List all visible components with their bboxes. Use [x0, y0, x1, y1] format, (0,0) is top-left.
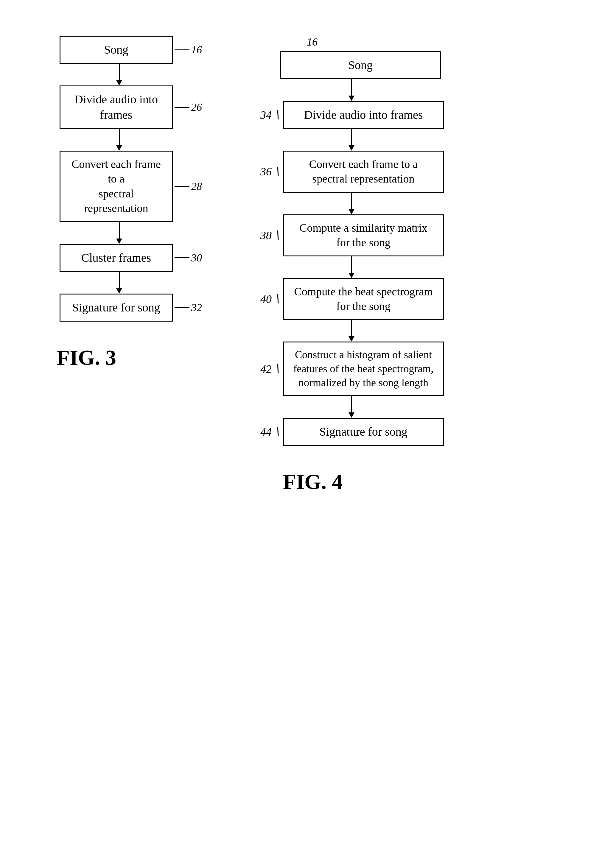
- arrow-line: [119, 222, 120, 239]
- fig3-title: FIG. 3: [42, 345, 116, 370]
- fig4-signature-box: Signature for song: [283, 418, 444, 446]
- fig4-column: 16 Song 34 ∖ Divide au: [220, 18, 578, 494]
- fig3-divide-row: Divide audio into frames 26: [60, 85, 202, 129]
- fig4-arrow6: [349, 396, 355, 418]
- fig4-label-36: 36: [260, 165, 272, 178]
- arrow-head: [349, 96, 355, 101]
- fig4-label-34: 34: [260, 109, 272, 121]
- fig3-cluster-row: Cluster frames 30: [60, 244, 202, 272]
- arrow-line: [351, 129, 352, 145]
- arrow-line: [119, 129, 120, 145]
- fig4-divide-label: Divide audio into frames: [304, 108, 423, 121]
- fig4-top-ref: 16: [307, 36, 317, 48]
- fig4-song-box: Song: [280, 51, 441, 79]
- fig4-label-42: 42: [260, 363, 272, 375]
- arrow-line: [119, 64, 120, 80]
- fig3-song-box: Song: [60, 36, 173, 64]
- fig3-signature-label: Signature for song: [72, 301, 160, 314]
- fig4-convert-label: Convert each frame to aspectral represen…: [309, 158, 418, 185]
- arrow-head: [116, 239, 122, 244]
- fig3-divide-box: Divide audio into frames: [60, 85, 173, 129]
- fig4-song-label: Song: [348, 58, 372, 72]
- tick-line: [174, 107, 189, 108]
- fig4-divide-row: 34 ∖ Divide audio into frames: [256, 101, 444, 129]
- tick-line: [174, 307, 189, 308]
- fig4-label-40: 40: [260, 293, 272, 305]
- arrow-head: [116, 145, 122, 151]
- fig3-ref-28: 28: [191, 180, 202, 193]
- fig4-title-text: FIG. 4: [283, 470, 343, 494]
- fig4-similarity-label: Compute a similarity matrixfor the song: [299, 221, 427, 249]
- fig3-convert-label: Convert each frame to aspectral represen…: [71, 158, 161, 214]
- fig4-similarity-step-label: 38 ∖: [256, 229, 280, 242]
- tick-line: [174, 49, 189, 50]
- fig4-signature-label: Signature for song: [319, 425, 407, 438]
- fig3-signature-row: Signature for song 32: [60, 294, 202, 322]
- fig4-similarity-box: Compute a similarity matrixfor the song: [283, 214, 444, 256]
- fig3-ref-30: 30: [191, 252, 202, 264]
- arrow-head: [116, 288, 122, 294]
- fig4-beat-label: Compute the beat spectrogramfor the song: [294, 285, 432, 312]
- tick-line: [174, 186, 189, 187]
- fig3-arrow4: [116, 272, 122, 294]
- fig4-song-row: Song: [256, 51, 441, 79]
- fig4-similarity-row: 38 ∖ Compute a similarity matrixfor the …: [256, 214, 444, 256]
- arrow-head: [349, 273, 355, 278]
- fig3-song-ref: 16: [174, 44, 202, 56]
- fig4-histogram-step-label: 42 ∖: [256, 363, 280, 375]
- fig4-histogram-box: Construct a histogram of salientfeatures…: [283, 342, 444, 396]
- fig3-cluster-box: Cluster frames: [60, 244, 173, 272]
- fig3-title-text: FIG. 3: [57, 346, 116, 369]
- arrow-head: [349, 145, 355, 151]
- fig4-arrow1: [349, 79, 355, 101]
- fig4-label-38: 38: [260, 229, 272, 242]
- fig4-label-44: 44: [260, 425, 272, 438]
- fig4-signature-step-label: 44 ∖: [256, 425, 280, 438]
- fig3-cluster-ref: 30: [174, 252, 202, 264]
- fig3-ref-32: 32: [191, 301, 202, 314]
- arrow-line: [351, 256, 352, 273]
- fig3-song-label: Song: [104, 43, 128, 56]
- arrow-head: [349, 209, 355, 214]
- fig4-convert-box: Convert each frame to aspectral represen…: [283, 151, 444, 193]
- fig3-ref-16: 16: [191, 44, 202, 56]
- diagram-container: Song 16 Divide audio into frames: [18, 18, 598, 494]
- arrow-line: [119, 272, 120, 288]
- fig3-divide-label: Divide audio into frames: [74, 93, 158, 121]
- fig4-divide-box: Divide audio into frames: [283, 101, 444, 129]
- fig4-beat-box: Compute the beat spectrogramfor the song: [283, 278, 444, 320]
- fig3-signature-box: Signature for song: [60, 294, 173, 322]
- page: Song 16 Divide audio into frames: [0, 0, 616, 868]
- fig4-beat-step-label: 40 ∖: [256, 292, 280, 306]
- fig3-arrow1: [116, 64, 122, 85]
- fig3-cluster-label: Cluster frames: [81, 251, 151, 264]
- fig4-divide-step-label: 34 ∖: [256, 108, 280, 121]
- fig4-convert-step-label: 36 ∖: [256, 165, 280, 178]
- fig4-arrow3: [349, 193, 355, 214]
- fig3-convert-row: Convert each frame to aspectral represen…: [60, 151, 202, 222]
- fig4-arrow5: [349, 320, 355, 342]
- arrow-line: [351, 79, 352, 96]
- arrow-line: [351, 320, 352, 336]
- fig4-arrow4: [349, 256, 355, 278]
- arrow-head: [116, 80, 122, 85]
- fig4-convert-row: 36 ∖ Convert each frame to aspectral rep…: [256, 151, 444, 193]
- fig3-convert-ref: 28: [174, 180, 202, 193]
- arrow-head: [349, 413, 355, 418]
- arrow-head: [349, 336, 355, 342]
- fig3-signature-ref: 32: [174, 301, 202, 314]
- fig4-histogram-label: Construct a histogram of salientfeatures…: [294, 349, 434, 389]
- fig4-beat-row: 40 ∖ Compute the beat spectrogramfor the…: [256, 278, 444, 320]
- fig3-arrow3: [116, 222, 122, 244]
- fig4-ref-16-top: 16: [307, 36, 317, 48]
- fig4-arrow2: [349, 129, 355, 151]
- fig3-divide-ref: 26: [174, 101, 202, 113]
- fig3-song-row: Song 16: [60, 36, 202, 64]
- fig4-signature-row: 44 ∖ Signature for song: [256, 418, 444, 446]
- fig4-histogram-row: 42 ∖ Construct a histogram of salientfea…: [256, 342, 444, 396]
- fig4-title: FIG. 4: [238, 469, 343, 494]
- fig3-arrow2: [116, 129, 122, 151]
- arrow-line: [351, 396, 352, 413]
- arrow-line: [351, 193, 352, 209]
- fig3-convert-box: Convert each frame to aspectral represen…: [60, 151, 173, 222]
